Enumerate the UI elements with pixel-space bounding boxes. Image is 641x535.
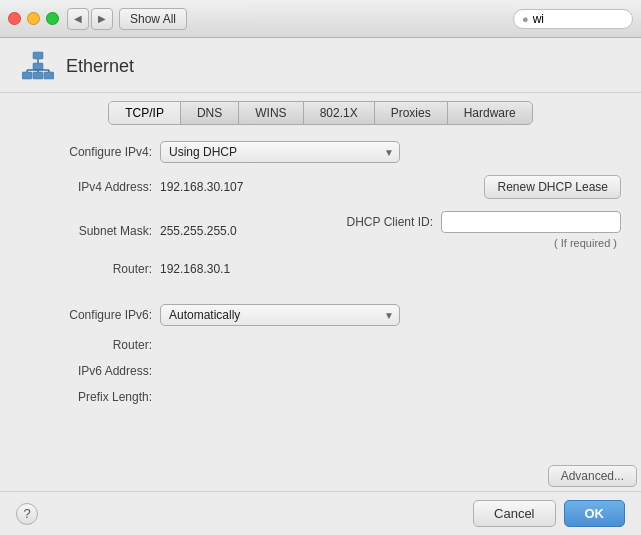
content-area: Ethernet TCP/IP DNS WINS 802.1X Proxies … xyxy=(0,38,641,491)
window-controls xyxy=(8,12,59,25)
svg-rect-1 xyxy=(33,63,43,70)
ipv6-address-row: IPv6 Address: xyxy=(20,364,621,378)
tab-bar: TCP/IP DNS WINS 802.1X Proxies Hardware xyxy=(0,93,641,125)
search-icon: ● xyxy=(522,13,529,25)
configure-ipv4-label: Configure IPv4: xyxy=(20,145,160,159)
subnet-mask-value: 255.255.255.0 xyxy=(160,224,237,238)
page-title: Ethernet xyxy=(66,56,134,77)
configure-ipv6-select-wrapper: Automatically Off Manually ▼ xyxy=(160,304,400,326)
ipv6-router-label: Router: xyxy=(20,338,160,352)
tab-tcp-ip[interactable]: TCP/IP xyxy=(109,102,181,124)
close-button[interactable] xyxy=(8,12,21,25)
configure-ipv4-select[interactable]: Using DHCP Manually Off BOOTP PPP xyxy=(160,141,400,163)
search-box: ● xyxy=(513,9,633,29)
tab-wins[interactable]: WINS xyxy=(239,102,303,124)
show-all-button[interactable]: Show All xyxy=(119,8,187,30)
forward-button[interactable]: ▶ xyxy=(91,8,113,30)
svg-rect-3 xyxy=(33,72,43,79)
router-value: 192.168.30.1 xyxy=(160,262,230,276)
ok-button[interactable]: OK xyxy=(564,500,626,527)
tab-dns[interactable]: DNS xyxy=(181,102,239,124)
subnet-mask-label: Subnet Mask: xyxy=(20,224,160,238)
ipv6-router-row: Router: xyxy=(20,338,621,352)
svg-rect-2 xyxy=(22,72,32,79)
back-button[interactable]: ◀ xyxy=(67,8,89,30)
configure-ipv6-select[interactable]: Automatically Off Manually xyxy=(160,304,400,326)
configure-ipv4-select-wrapper: Using DHCP Manually Off BOOTP PPP ▼ xyxy=(160,141,400,163)
tab-hardware[interactable]: Hardware xyxy=(448,102,532,124)
advanced-button[interactable]: Advanced... xyxy=(548,465,637,487)
dhcp-client-id-input[interactable] xyxy=(441,211,621,233)
maximize-button[interactable] xyxy=(46,12,59,25)
pane-icon xyxy=(20,48,56,84)
nav-arrows: ◀ ▶ xyxy=(67,8,113,30)
dhcp-client-id-row: DHCP Client ID: xyxy=(347,211,621,233)
form-area: Configure IPv4: Using DHCP Manually Off … xyxy=(0,125,641,491)
router-row: Router: 192.168.30.1 xyxy=(20,262,621,276)
ipv6-address-label: IPv6 Address: xyxy=(20,364,160,378)
dhcp-client-id-section: DHCP Client ID: ( If required ) xyxy=(347,211,621,250)
svg-rect-4 xyxy=(44,72,54,79)
subnet-mask-row: Subnet Mask: 255.255.255.0 DHCP Client I… xyxy=(20,211,621,250)
tab-802-1x[interactable]: 802.1X xyxy=(304,102,375,124)
tab-container: TCP/IP DNS WINS 802.1X Proxies Hardware xyxy=(108,101,532,125)
ipv4-address-value: 192.168.30.107 xyxy=(160,180,243,194)
router-label: Router: xyxy=(20,262,160,276)
cancel-button[interactable]: Cancel xyxy=(473,500,555,527)
renew-dhcp-button[interactable]: Renew DHCP Lease xyxy=(484,175,621,199)
bottom-bar: ? Cancel OK xyxy=(0,491,641,535)
tab-proxies[interactable]: Proxies xyxy=(375,102,448,124)
bottom-buttons: Cancel OK xyxy=(473,500,625,527)
minimize-button[interactable] xyxy=(27,12,40,25)
ethernet-icon xyxy=(22,50,54,82)
configure-ipv4-row: Configure IPv4: Using DHCP Manually Off … xyxy=(20,141,621,163)
ipv4-address-row: IPv4 Address: 192.168.30.107 Renew DHCP … xyxy=(20,175,621,199)
ipv4-address-label: IPv4 Address: xyxy=(20,180,160,194)
prefix-length-row: Prefix Length: xyxy=(20,390,621,404)
search-input[interactable] xyxy=(533,12,613,26)
configure-ipv6-label: Configure IPv6: xyxy=(20,308,160,322)
dhcp-client-id-label: DHCP Client ID: xyxy=(347,215,433,229)
help-button[interactable]: ? xyxy=(16,503,38,525)
prefix-length-label: Prefix Length: xyxy=(20,390,160,404)
pane-header: Ethernet xyxy=(0,38,641,93)
dhcp-note: ( If required ) xyxy=(554,237,617,249)
configure-ipv6-row: Configure IPv6: Automatically Off Manual… xyxy=(20,304,621,326)
title-bar: ◀ ▶ Show All ● xyxy=(0,0,641,38)
svg-rect-0 xyxy=(33,52,43,59)
